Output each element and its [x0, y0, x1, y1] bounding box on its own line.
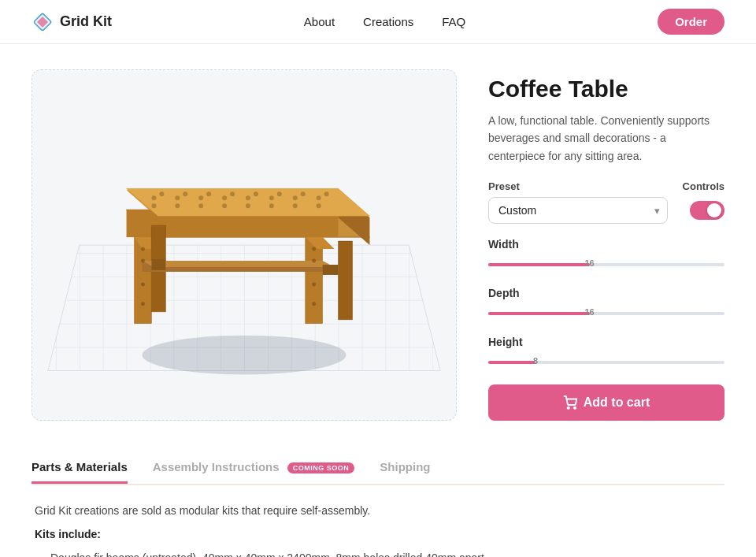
svg-point-45 — [141, 282, 145, 286]
tab-parts-label: Parts & Materials — [32, 460, 128, 473]
product-image — [32, 69, 457, 421]
depth-label: Depth — [488, 287, 724, 299]
svg-point-19 — [198, 203, 203, 208]
main-content: Coffee Table A low, functional table. Co… — [0, 44, 756, 557]
logo-icon — [32, 11, 54, 33]
controls-label: Controls — [683, 180, 724, 192]
width-slider-section: Width 16 — [488, 238, 724, 273]
preset-label: Preset — [488, 180, 520, 192]
nav-about[interactable]: About — [304, 15, 335, 28]
svg-point-26 — [183, 191, 187, 196]
svg-point-43 — [141, 247, 145, 251]
svg-marker-38 — [339, 241, 353, 320]
product-section: Coffee Table A low, functional table. Co… — [32, 69, 724, 421]
add-to-cart-button[interactable]: Add to cart — [488, 384, 724, 421]
nav-links: About Creations FAQ — [304, 15, 465, 28]
svg-point-47 — [312, 247, 316, 251]
svg-point-12 — [222, 195, 227, 200]
svg-point-25 — [159, 191, 164, 196]
svg-point-30 — [277, 191, 282, 196]
navbar: Grid Kit About Creations FAQ Order — [0, 0, 756, 44]
tab-shipping[interactable]: Shipping — [380, 452, 430, 484]
svg-point-9 — [151, 195, 156, 200]
svg-point-21 — [246, 203, 250, 208]
nav-creations[interactable]: Creations — [363, 15, 413, 28]
svg-point-17 — [151, 203, 156, 208]
product-details: Coffee Table A low, functional table. Co… — [488, 69, 724, 421]
svg-point-31 — [301, 191, 306, 196]
svg-point-24 — [317, 203, 321, 208]
controls-toggle-wrap[interactable] — [690, 201, 724, 220]
kits-include-label: Kits include: — [35, 528, 721, 540]
svg-point-11 — [198, 195, 203, 200]
preset-select[interactable]: Custom Small Medium Large — [488, 197, 668, 224]
tab-content-parts: Grid Kit creations are sold as modular k… — [32, 504, 724, 557]
svg-point-27 — [206, 191, 211, 196]
svg-point-28 — [230, 191, 235, 196]
tab-assembly-label: Assembly Instructions — [153, 460, 280, 473]
depth-slider-wrap[interactable]: 16 — [488, 306, 724, 321]
svg-point-44 — [141, 259, 145, 263]
kits-list: Douglas fir beams (untreated), 40mm x 40… — [35, 548, 721, 557]
nav-faq[interactable]: FAQ — [442, 15, 465, 28]
svg-point-15 — [293, 195, 298, 200]
product-description: A low, functional table. Conveniently su… — [488, 112, 724, 165]
svg-marker-42 — [323, 265, 339, 275]
height-slider-wrap[interactable]: 8 — [488, 355, 724, 370]
svg-marker-40 — [142, 261, 334, 267]
cart-icon — [563, 395, 577, 410]
product-3d-render — [32, 70, 456, 420]
controls-toggle[interactable] — [690, 201, 724, 220]
tabs-section: Parts & Materials Assembly Instructions … — [32, 452, 724, 485]
width-slider-wrap[interactable]: 16 — [488, 257, 724, 273]
product-title: Coffee Table — [488, 76, 724, 102]
tab-assembly-instructions[interactable]: Assembly Instructions COMING SOON — [153, 452, 355, 484]
preset-select-wrap[interactable]: Custom Small Medium Large — [488, 197, 668, 224]
tab-shipping-label: Shipping — [380, 460, 430, 473]
svg-point-3 — [142, 336, 346, 375]
toggle-slider — [690, 201, 724, 220]
config-header-row: Preset Controls — [488, 180, 724, 192]
svg-point-52 — [574, 407, 576, 409]
svg-point-46 — [141, 302, 145, 306]
list-item: Douglas fir beams (untreated), 40mm x 40… — [50, 548, 721, 557]
add-to-cart-label: Add to cart — [584, 395, 650, 410]
svg-point-49 — [312, 282, 316, 286]
tabs-row: Parts & Materials Assembly Instructions … — [32, 452, 724, 484]
height-slider-section: Height 8 — [488, 336, 724, 370]
width-label: Width — [488, 238, 724, 251]
svg-point-16 — [317, 195, 321, 200]
coming-soon-badge: COMING SOON — [287, 462, 355, 473]
svg-point-32 — [324, 191, 329, 196]
svg-point-23 — [293, 203, 298, 208]
svg-point-10 — [175, 195, 180, 200]
height-label: Height — [488, 336, 724, 348]
svg-point-13 — [246, 195, 250, 200]
brand-logo[interactable]: Grid Kit — [32, 11, 112, 33]
svg-point-20 — [222, 203, 227, 208]
tab-intro-text: Grid Kit creations are sold as modular k… — [35, 504, 721, 517]
depth-slider-section: Depth 16 — [488, 287, 724, 321]
brand-name: Grid Kit — [60, 13, 112, 30]
order-button[interactable]: Order — [658, 9, 724, 35]
svg-point-22 — [269, 203, 274, 208]
svg-point-50 — [312, 302, 316, 306]
svg-point-14 — [269, 195, 274, 200]
svg-marker-41 — [151, 259, 165, 270]
svg-point-48 — [312, 259, 316, 263]
svg-point-18 — [175, 203, 180, 208]
tab-parts-materials[interactable]: Parts & Materials — [32, 452, 128, 484]
svg-point-29 — [254, 191, 258, 196]
svg-point-51 — [567, 407, 569, 409]
